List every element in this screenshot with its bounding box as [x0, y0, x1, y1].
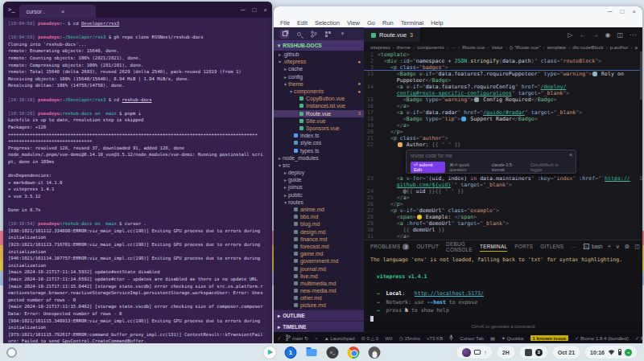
tree-item-style.css[interactable]: style.css [274, 139, 364, 146]
explorer-root-header[interactable]: ▾ RSSHUB-DOCS [274, 40, 364, 51]
debug-run-icon[interactable]: ◉ [605, 31, 610, 39]
code-line[interactable]: 17 <a v-if="data.radar" href="/guide/#ra… [364, 109, 642, 116]
tree-item-src[interactable]: ▾src [274, 162, 364, 169]
editor-window-controls[interactable]: ─□× [608, 8, 636, 15]
tab-route-vue[interactable]: Route.vue 3 [364, 27, 421, 42]
tree-item-node_modules[interactable]: ▸node_modules [274, 154, 364, 162]
tree-item-guide[interactable]: ▸guide [274, 176, 364, 183]
close-tab-icon[interactable]: × [61, 8, 65, 15]
tree-item-design.md[interactable]: design.md [274, 228, 364, 236]
launcher-icon[interactable] [6, 347, 17, 358]
back-icon[interactable]: ← [579, 31, 585, 39]
code-line[interactable]: 19 </a> [364, 122, 642, 129]
status-item-main[interactable]: main ↻ [286, 334, 308, 341]
menu-terminal[interactable]: Terminal [401, 19, 423, 27]
forward-icon[interactable]: → [592, 31, 598, 39]
minimize-icon[interactable]: ─ [241, 6, 246, 14]
tree-item-theme[interactable]: ▾theme● [274, 80, 364, 88]
menu-help[interactable]: Help [431, 19, 443, 27]
new-terminal-icon[interactable]: + [608, 244, 611, 249]
code-line[interactable]: 15 <Badge type="warning"> Config Require… [364, 96, 642, 103]
ai-input-placeholder[interactable]: revise code for me [411, 153, 452, 158]
tree-item-picture.md[interactable]: picture.md [274, 302, 364, 309]
quick-question-hint[interactable]: ⌘⏎ quick question [449, 162, 488, 172]
duration-pill[interactable]: 2H [497, 346, 515, 359]
code-line[interactable]: 13 <Badge v-if="data.features?.requirePu… [364, 71, 642, 77]
split-terminal-icon[interactable]: ◫ [634, 244, 640, 250]
tree-item-routes[interactable]: ▾routes [274, 199, 364, 206]
code-line[interactable]: 27 <p v-if="demoUrl" class="example"> [364, 207, 642, 214]
terminal-dropdown-icon[interactable]: ∨ [616, 244, 620, 250]
status-item-quokka[interactable]: ✦ Quokka [502, 335, 524, 341]
code-line[interactable]: 1<template> [364, 51, 642, 58]
tree-item-journal.md[interactable]: journal.md [274, 265, 364, 272]
notifications-pill[interactable]: 3 [519, 346, 548, 359]
linux-penguin-icon[interactable] [369, 347, 381, 359]
close-icon[interactable]: × [569, 152, 572, 158]
code-line[interactable]: 16 </a> [364, 103, 642, 109]
editor-scrollbar[interactable] [640, 51, 642, 100]
panel-tab-problems[interactable]: PROBLEMS3 [370, 244, 409, 250]
tree-item-.github[interactable]: ▸.github [274, 51, 364, 58]
code-line[interactable]: 3 <p class="badges"> [364, 64, 642, 71]
tree-item-components[interactable]: ▾components● [274, 88, 364, 95]
breadcrumb-item[interactable]: div.routeBlock [572, 44, 603, 50]
tree-item-public[interactable]: ▸public [274, 191, 364, 199]
menu-view[interactable]: View [347, 19, 360, 27]
menu-go[interactable]: Go [367, 19, 375, 27]
1password-icon[interactable]: 1 [285, 347, 297, 359]
minimize-icon[interactable]: ─ [608, 8, 613, 15]
submit-edit-button[interactable]: ⏎ submit Edit [411, 162, 445, 173]
menu-file[interactable]: File [280, 19, 290, 27]
tree-item-new-media.md[interactable]: new-media.md [274, 287, 364, 294]
integrated-terminal[interactable]: The language 'env' is not loaded, fallin… [364, 252, 642, 322]
play-store-icon[interactable] [264, 347, 276, 359]
status-item-icon[interactable]: ∕ [279, 335, 279, 341]
search-icon[interactable] [295, 30, 303, 39]
code-line[interactable]: 24 @{{ uid }}{{ ' ' }} [364, 188, 642, 195]
tree-item-forecast.md[interactable]: forecast.md [274, 243, 364, 250]
panel-tab-debug-console[interactable]: DEBUG CONSOLE [446, 241, 473, 252]
menu-selection[interactable]: Selection [315, 19, 340, 27]
tree-item-joinus[interactable]: ▸joinus [274, 183, 364, 191]
split-editor-icon[interactable]: ◫ [617, 31, 623, 39]
timeline-section[interactable]: ▸ TIMELINE [274, 321, 364, 332]
terminal-window-controls[interactable]: ─□× [241, 6, 267, 14]
tree-item-cache[interactable]: ▸cache [274, 65, 364, 72]
breadcrumb-item[interactable]: {} "Route.vue" [510, 44, 540, 50]
breadcrumb-item[interactable]: Vetur [491, 44, 502, 50]
breadcrumb-item[interactable]: vitepress [370, 44, 390, 50]
panel-tab-gitlens[interactable]: GITLENS [540, 244, 564, 249]
menu-run[interactable]: Run [382, 19, 394, 27]
tree-item-other.md[interactable]: other.md [274, 294, 364, 302]
code-line[interactable]: github.com/${uid}`" target="_blank"> [364, 182, 642, 188]
date-pill[interactable]: Oct 21 [552, 346, 580, 359]
tree-item-game.md[interactable]: game.md [274, 250, 364, 257]
breadcrumb-item[interactable]: Route.vue [462, 44, 485, 50]
code-line[interactable]: 30 {{ demoUrl }} [364, 227, 642, 233]
inline-ai-widget[interactable]: revise code for me × ⏎ submit Edit ⌘⏎ qu… [406, 150, 576, 174]
settings-gear-icon[interactable]: ⚙ [625, 244, 630, 250]
panel-tab-output[interactable]: OUTPUT [416, 244, 439, 249]
run-icon[interactable]: ▷ [568, 31, 572, 39]
code-line[interactable]: 23 <a v-for="(uid, index) in data.mainta… [364, 175, 642, 182]
status-item-1-known-issue[interactable]: 1 known issue [530, 335, 569, 341]
maximize-icon[interactable]: □ [252, 6, 256, 14]
terminal-output[interactable]: [10:04:58] pseudoyu:~ $ cd Developer/rss… [3, 18, 272, 343]
tree-item-finance.md[interactable]: finance.md [274, 236, 364, 243]
code-line[interactable]: 14 <a v-if="data.features?.requireConfig… [364, 84, 642, 90]
breadcrumb-item[interactable]: template [547, 44, 566, 50]
panel-tab-ports[interactable]: PORTS [514, 244, 533, 249]
tree-item-config[interactable]: ▸config [274, 73, 364, 80]
code-line[interactable]: 18 <Badge type="tip"> Support Radar</Bad… [364, 116, 642, 122]
status-item-15mins[interactable]: ◷ 15mins [398, 335, 420, 341]
tree-item-anime.md[interactable]: anime.md [274, 206, 364, 213]
tree-item-types.ts[interactable]: types.ts [274, 146, 364, 154]
panel-tab-terminal[interactable]: TERMINAL [480, 244, 507, 252]
status-item-0-0[interactable]: ⊘ 0 △ 0 [361, 335, 379, 341]
breadcrumb-item[interactable]: p.author [610, 44, 629, 50]
code-line[interactable]: 21 <p class="author"> [364, 135, 642, 142]
code-line[interactable]: Puppeteer</Badge> [364, 77, 642, 84]
status-item-icon[interactable]: ▤ [490, 335, 495, 341]
files-app-icon[interactable] [306, 347, 318, 359]
